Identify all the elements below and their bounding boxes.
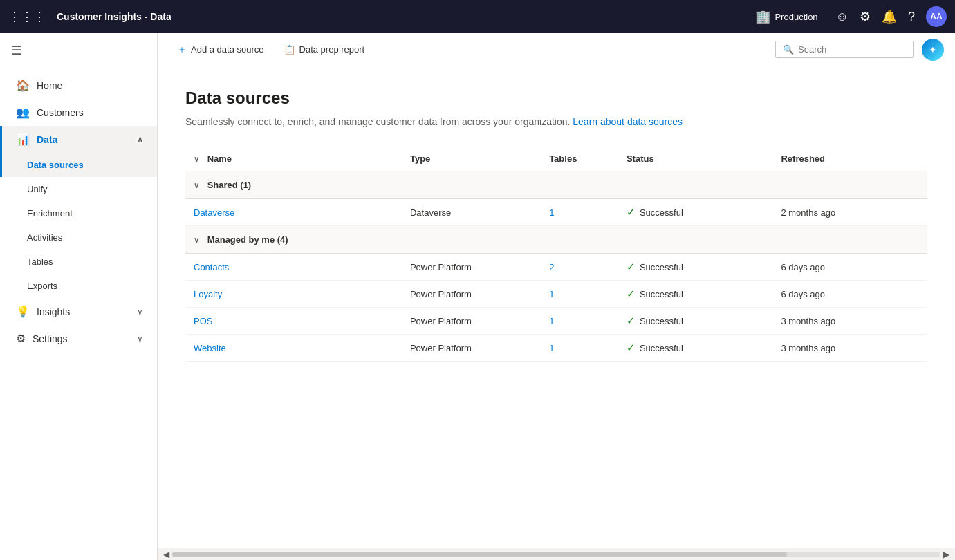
row-dataverse-name: Dataverse: [185, 199, 402, 226]
env-icon: 🏢: [755, 9, 770, 24]
row-loyalty-refreshed: 6 days ago: [772, 281, 927, 308]
scroll-track[interactable]: [172, 552, 940, 557]
status-pos-icon: ✓: [627, 315, 636, 327]
home-icon: 🏠: [16, 79, 30, 92]
row-website-tables: 1: [541, 335, 618, 362]
sidebar-item-customers-label: Customers: [37, 107, 84, 118]
page-description: Seamlessly connect to, enrich, and manag…: [185, 116, 927, 127]
sidebar-item-data[interactable]: 📊 Data ∧: [0, 126, 157, 153]
contacts-link[interactable]: Contacts: [194, 262, 229, 272]
col-header-name: ∨ Name: [185, 147, 402, 171]
sidebar-item-settings-label: Settings: [33, 333, 68, 344]
sidebar-item-activities[interactable]: Activities: [0, 225, 157, 250]
row-pos-type: Power Platform: [402, 308, 541, 335]
row-loyalty-status: ✓ Successful: [618, 281, 773, 308]
table-row: Dataverse Dataverse 1 ✓ Successful: [185, 199, 927, 226]
sidebar: ☰ 🏠 Home 👥 Customers 📊 Data ∧ Data sourc…: [0, 33, 158, 560]
managed-section-label: Managed by me (4): [207, 234, 288, 245]
help-icon[interactable]: ?: [908, 10, 915, 24]
env-selector[interactable]: 🏢 Production: [755, 9, 817, 24]
row-contacts-name: Contacts: [185, 254, 402, 281]
copilot-button[interactable]: ✦: [922, 39, 944, 61]
settings-icon[interactable]: ⚙: [860, 9, 871, 24]
row-pos-status: ✓ Successful: [618, 308, 773, 335]
topbar: ⋮⋮⋮ Customer Insights - Data 🏢 Productio…: [0, 0, 955, 33]
search-input[interactable]: [798, 44, 906, 55]
scroll-right-icon[interactable]: ▶: [943, 550, 949, 559]
col-header-tables: Tables: [541, 147, 618, 171]
sidebar-item-data-sources-label: Data sources: [27, 160, 84, 170]
grid-icon[interactable]: ⋮⋮⋮: [8, 9, 46, 24]
shared-section-label: Shared (1): [207, 180, 252, 190]
page-desc-text: Seamlessly connect to, enrich, and manag…: [185, 116, 570, 127]
content-area: ＋ Add a data source 📋 Data prep report 🔍…: [158, 33, 955, 560]
website-link[interactable]: Website: [194, 343, 226, 353]
topbar-actions: ☺ ⚙ 🔔 ? AA: [836, 6, 947, 27]
copilot-icon: ✦: [929, 44, 937, 55]
bell-icon[interactable]: 🔔: [882, 9, 897, 24]
data-chevron-icon: ∧: [137, 135, 143, 144]
sidebar-item-insights-label: Insights: [37, 306, 70, 317]
pos-link[interactable]: POS: [194, 316, 212, 326]
settings-nav-icon: ⚙: [16, 332, 26, 345]
managed-section-collapse-icon[interactable]: ∨: [194, 236, 199, 244]
sidebar-item-customers[interactable]: 👥 Customers: [0, 99, 157, 126]
sidebar-item-home-label: Home: [37, 80, 62, 91]
shared-section-collapse-icon[interactable]: ∨: [194, 181, 199, 189]
row-dataverse-type: Dataverse: [402, 199, 541, 226]
sidebar-item-data-label: Data: [37, 134, 57, 145]
status-contacts-icon: ✓: [627, 261, 636, 273]
sidebar-item-exports-label: Exports: [27, 281, 57, 291]
plus-icon: ＋: [177, 44, 187, 56]
table-row: POS Power Platform 1 ✓ Successful 3: [185, 308, 927, 335]
env-label: Production: [775, 12, 817, 22]
sidebar-item-settings[interactable]: ⚙ Settings ∨: [0, 325, 157, 352]
sidebar-item-tables[interactable]: Tables: [0, 250, 157, 274]
row-loyalty-name: Loyalty: [185, 281, 402, 308]
row-contacts-status: ✓ Successful: [618, 254, 773, 281]
sort-name-icon[interactable]: ∨: [194, 155, 199, 163]
add-datasource-button[interactable]: ＋ Add a data source: [169, 39, 272, 60]
sidebar-item-unify[interactable]: Unify: [0, 177, 157, 201]
row-dataverse-tables: 1: [541, 199, 618, 226]
data-prep-button[interactable]: 📋 Data prep report: [275, 40, 373, 59]
add-datasource-label: Add a data source: [191, 44, 264, 55]
table-row: Website Power Platform 1 ✓ Successful: [185, 335, 927, 362]
dataverse-link[interactable]: Dataverse: [194, 207, 234, 218]
search-box[interactable]: 🔍: [775, 41, 914, 58]
row-contacts-tables: 2: [541, 254, 618, 281]
status-success-icon: ✓: [627, 206, 636, 218]
row-loyalty-tables: 1: [541, 281, 618, 308]
sidebar-item-enrichment[interactable]: Enrichment: [0, 201, 157, 225]
row-website-refreshed: 3 months ago: [772, 335, 927, 362]
scroll-thumb[interactable]: [172, 552, 787, 557]
loyalty-link[interactable]: Loyalty: [194, 289, 222, 299]
insights-chevron-icon: ∨: [137, 307, 143, 317]
horizontal-scrollbar[interactable]: ◀ ▶: [158, 548, 955, 560]
row-dataverse-status: ✓ Successful: [618, 199, 773, 226]
sidebar-item-data-sources[interactable]: Data sources: [0, 153, 157, 177]
data-sources-table: ∨ Name Type Tables Status Refreshed ∨: [185, 147, 927, 362]
report-icon: 📋: [284, 44, 295, 55]
user-avatar[interactable]: AA: [926, 6, 947, 27]
sidebar-item-activities-label: Activities: [27, 232, 62, 243]
status-loyalty-icon: ✓: [627, 288, 636, 300]
col-header-type: Type: [402, 147, 541, 171]
row-contacts-refreshed: 6 days ago: [772, 254, 927, 281]
scroll-left-icon[interactable]: ◀: [163, 550, 169, 559]
section-managed: ∨ Managed by me (4): [185, 226, 927, 254]
sidebar-item-insights[interactable]: 💡 Insights ∨: [0, 298, 157, 325]
row-website-name: Website: [185, 335, 402, 362]
app-title: Customer Insights - Data: [57, 11, 748, 22]
sidebar-item-home[interactable]: 🏠 Home: [0, 72, 157, 99]
row-loyalty-type: Power Platform: [402, 281, 541, 308]
sidebar-nav: 🏠 Home 👥 Customers 📊 Data ∧ Data sources…: [0, 68, 157, 356]
row-dataverse-refreshed: 2 months ago: [772, 199, 927, 226]
section-shared: ∨ Shared (1): [185, 171, 927, 199]
smiley-icon[interactable]: ☺: [836, 10, 849, 24]
page-content: Data sources Seamlessly connect to, enri…: [158, 66, 955, 548]
data-prep-label: Data prep report: [299, 44, 365, 55]
sidebar-item-exports[interactable]: Exports: [0, 274, 157, 298]
learn-link[interactable]: Learn about data sources: [573, 116, 683, 127]
sidebar-toggle[interactable]: ☰: [0, 33, 157, 68]
